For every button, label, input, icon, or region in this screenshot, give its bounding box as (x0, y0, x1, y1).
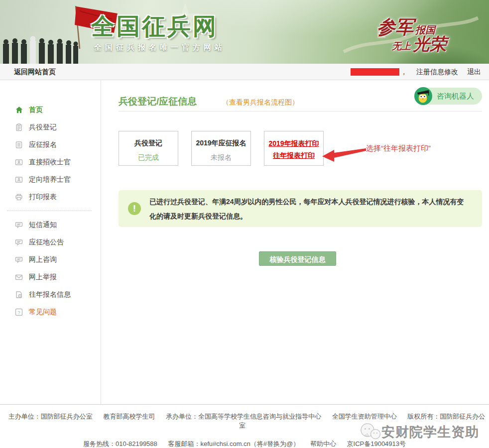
sidebar-item-label: 打印报表 (29, 188, 57, 206)
verify-registration-button[interactable]: 核验兵役登记信息 (259, 251, 336, 266)
question-icon: ? (15, 308, 24, 316)
sidebar-item-label: 往年报名信息 (29, 286, 71, 303)
history-doc-icon (15, 291, 24, 299)
id-card-icon (15, 158, 24, 166)
envelope-icon (15, 273, 24, 281)
annotation-text: 选择“往年报表打印” (366, 144, 431, 153)
id-card-icon (15, 176, 24, 184)
home-icon (15, 106, 24, 114)
sidebar-item-label: 网上咨询 (29, 251, 57, 268)
service-email: 客服邮箱：kefu#chsi.com.cn（将#替换为@） (168, 440, 299, 448)
sidebar-item-label: 常见问题 (29, 303, 57, 321)
card-title: 兵役登记 (119, 139, 178, 148)
logout-link[interactable]: 退出 (467, 64, 481, 80)
exclamation-icon: ! (128, 202, 141, 215)
back-to-homepage-link[interactable]: 返回网站首页 (14, 64, 56, 80)
sidebar-item-online-report[interactable]: 网上举报 (0, 268, 101, 286)
print-previous-year-report-link[interactable]: 往年报表打印 (264, 149, 323, 161)
top-navbar: 返回网站首页 ， 注册信息修改 退出 (0, 64, 489, 80)
page: 全国征兵网 全国征兵报名唯一官方网站 参军 报国 无上 光荣 返回网站首页 ， … (0, 0, 489, 448)
slogan-canjun: 参军 (377, 15, 414, 40)
edit-registration-info-link[interactable]: 注册信息修改 (416, 64, 458, 80)
sidebar-item-enlistment-area-announcements[interactable]: 应征地公告 (0, 233, 101, 251)
main-content: 兵役登记/应征信息 （查看男兵报名流程图） 咨询机器人 兵役登记 已完 (102, 80, 489, 404)
site-subtitle: 全国征兵报名唯一官方网站 (94, 43, 226, 52)
notice-box: ! 已进行过兵役登记、年满24周岁以内的男性公民，每年应对本人兵役登记情况进行核… (119, 190, 482, 227)
sidebar-item-faq[interactable]: ? 常见问题 (0, 303, 101, 321)
printer-icon (15, 193, 24, 201)
soldiers-silhouette (3, 38, 78, 64)
notice-text: 已进行过兵役登记、年满24周岁以内的男性公民，每年应对本人兵役登记情况进行核验，… (149, 190, 470, 224)
chat-bubble-icon (15, 221, 24, 229)
document-icon (15, 141, 24, 149)
chat-bubble-icon (15, 256, 24, 264)
slogan-guangrong: 光荣 (413, 33, 447, 56)
print-2019-report-link[interactable]: 2019年报表打印 (264, 137, 323, 149)
sidebar-item-targeted-nco-training[interactable]: 定向培养士官 (0, 171, 101, 188)
watermark: 安财院学生资助 (360, 423, 479, 442)
watermark-text: 安财院学生资助 (381, 423, 479, 441)
sidebar-item-enlistment-application[interactable]: 应征报名 (0, 136, 101, 153)
sidebar-item-sms-notification[interactable]: 短信通知 (0, 216, 101, 233)
sidebar-item-label: 定向培养士官 (29, 171, 71, 188)
page-title: 兵役登记/应征信息 (119, 95, 197, 108)
sidebar-item-online-consultation[interactable]: 网上咨询 (0, 251, 101, 268)
help-center-link[interactable]: 帮助中心 (310, 440, 336, 448)
sidebar-item-label: 直接招收士官 (29, 153, 71, 171)
chat-bubble-icon (15, 238, 24, 246)
card-title: 2019年应征报名 (192, 139, 250, 148)
card-status-completed: 已完成 (119, 153, 178, 162)
view-flowchart-link[interactable]: （查看男兵报名流程图） (222, 98, 299, 107)
sidebar-item-label: 应征地公告 (29, 233, 64, 251)
card-report-printing: 2019年报表打印 往年报表打印 (264, 131, 324, 166)
redacted-username (351, 68, 399, 76)
owl-robot-icon (414, 87, 433, 106)
sidebar-item-label: 网上举报 (29, 268, 57, 286)
sidebar: 首页 兵役登记 应征报名 直接招收士官 (0, 80, 101, 404)
honor-guard-silhouette (30, 36, 36, 64)
title-divider (119, 111, 482, 112)
site-title: 全国征兵网 (91, 11, 218, 42)
wechat-watermark-icon (360, 423, 381, 442)
chatbot-button[interactable]: 咨询机器人 (415, 88, 482, 105)
card-2019-enlistment: 2019年应征报名 未报名 (191, 131, 251, 166)
sidebar-item-label: 短信通知 (29, 216, 57, 233)
footer-text: 主办单位：国防部征兵办公室 (8, 413, 93, 420)
sidebar-item-label: 应征报名 (29, 136, 57, 153)
footer-text: 承办单位：全国高等学校学生信息咨询与就业指导中心 (166, 413, 321, 420)
header-banner: 全国征兵网 全国征兵报名唯一官方网站 参军 报国 无上 光荣 (0, 0, 489, 64)
chatbot-label: 咨询机器人 (437, 92, 474, 101)
sidebar-item-label: 首页 (29, 101, 43, 118)
footer-text: 全国学生资助管理中心 (332, 413, 397, 420)
sidebar-item-label: 兵役登记 (29, 118, 57, 136)
red-arrow-annotation-icon (321, 148, 367, 163)
sidebar-item-print-reports[interactable]: 打印报表 (0, 188, 101, 206)
clipboard-icon (15, 123, 24, 131)
sidebar-item-military-service-registration[interactable]: 兵役登记 (0, 118, 101, 136)
service-hotline: 服务热线：010-82199588 (83, 440, 157, 448)
comma-text: ， (400, 64, 407, 80)
svg-text:?: ? (17, 309, 20, 315)
sidebar-menu: 首页 兵役登记 应征报名 直接招收士官 (0, 80, 101, 321)
sidebar-item-home[interactable]: 首页 (0, 101, 101, 118)
card-status-not-registered: 未报名 (192, 153, 250, 162)
nav-user-area: ， 注册信息修改 退出 (351, 64, 481, 80)
slogan-wushang: 无上 (392, 40, 411, 53)
sidebar-item-direct-nco-recruitment[interactable]: 直接招收士官 (0, 153, 101, 171)
status-cards: 兵役登记 已完成 2019年应征报名 未报名 2019年报表打印 往年报表打印 (119, 131, 337, 166)
sidebar-divider (7, 211, 92, 211)
card-military-service-registration: 兵役登记 已完成 (119, 131, 178, 166)
footer-text: 教育部高校学生司 (103, 413, 155, 420)
sidebar-item-previous-year-application-info[interactable]: 往年报名信息 (0, 286, 101, 303)
